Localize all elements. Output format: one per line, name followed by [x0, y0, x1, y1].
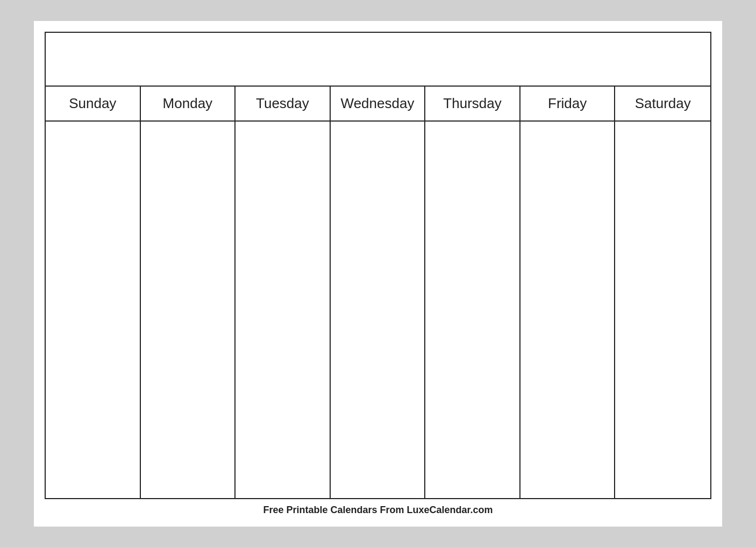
calendar-cell: [615, 423, 710, 498]
calendar-cell: [425, 347, 520, 423]
calendar-days-header: Sunday Monday Tuesday Wednesday Thursday…: [46, 87, 710, 122]
footer-text: Free Printable Calendars From LuxeCalend…: [45, 505, 711, 516]
calendar-cell: [425, 197, 520, 272]
calendar-cell: [425, 122, 520, 197]
calendar-cell: [331, 272, 426, 347]
calendar-cell: [520, 347, 616, 423]
calendar-cell: [236, 197, 331, 272]
calendar-cell: [331, 423, 426, 498]
day-header-saturday: Saturday: [615, 87, 710, 120]
calendar-cell: [331, 197, 426, 272]
calendar-container: Sunday Monday Tuesday Wednesday Thursday…: [45, 32, 711, 499]
day-header-friday: Friday: [520, 87, 616, 120]
calendar-cell: [46, 122, 141, 197]
day-header-monday: Monday: [141, 87, 236, 120]
calendar-cell: [520, 423, 616, 498]
calendar-cell: [331, 347, 426, 423]
calendar-week-5: [46, 423, 710, 498]
day-header-wednesday: Wednesday: [331, 87, 426, 120]
calendar-cell: [236, 122, 331, 197]
calendar-cell: [141, 347, 236, 423]
calendar-week-2: [46, 197, 710, 272]
calendar-body: [46, 122, 710, 498]
calendar-header: [46, 33, 710, 87]
calendar-cell: [236, 423, 331, 498]
calendar-cell: [331, 122, 426, 197]
calendar-cell: [141, 197, 236, 272]
page-wrapper: Sunday Monday Tuesday Wednesday Thursday…: [34, 21, 722, 527]
day-header-sunday: Sunday: [46, 87, 141, 120]
calendar-cell: [236, 272, 331, 347]
calendar-week-1: [46, 122, 710, 197]
calendar-cell: [425, 423, 520, 498]
calendar-cell: [520, 122, 616, 197]
calendar-cell: [46, 423, 141, 498]
calendar-cell: [141, 272, 236, 347]
day-header-tuesday: Tuesday: [236, 87, 331, 120]
calendar-cell: [46, 347, 141, 423]
calendar-cell: [615, 347, 710, 423]
calendar-cell: [520, 197, 616, 272]
day-header-thursday: Thursday: [425, 87, 520, 120]
calendar-cell: [46, 197, 141, 272]
calendar-cell: [236, 347, 331, 423]
calendar-cell: [520, 272, 616, 347]
calendar-cell: [615, 272, 710, 347]
calendar-cell: [141, 423, 236, 498]
calendar-week-4: [46, 347, 710, 423]
calendar-cell: [141, 122, 236, 197]
calendar-cell: [425, 272, 520, 347]
calendar-cell: [46, 272, 141, 347]
calendar-week-3: [46, 272, 710, 347]
calendar-cell: [615, 197, 710, 272]
calendar-cell: [615, 122, 710, 197]
